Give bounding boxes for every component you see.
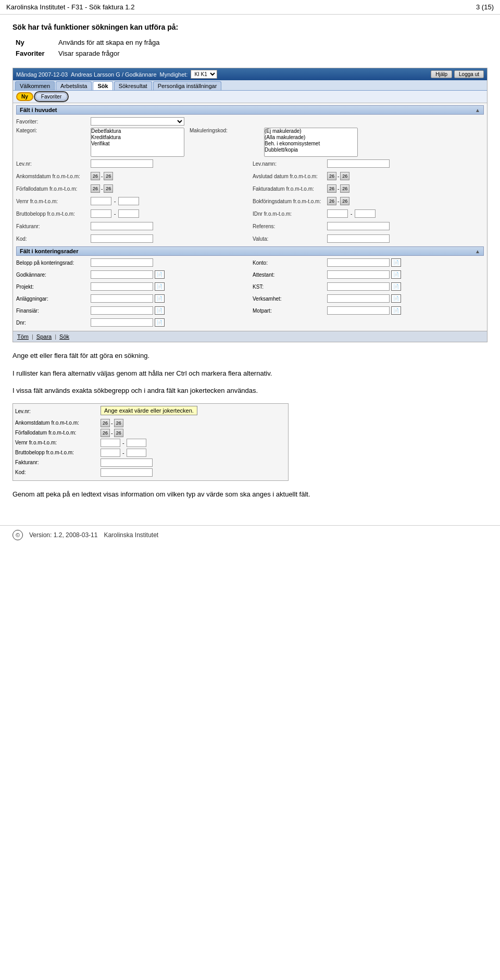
ss2-brutto-input1[interactable] xyxy=(101,449,120,457)
topbar-date: Måndag 2007-12-03 xyxy=(16,71,68,78)
attestant-lookup[interactable]: 📄 xyxy=(391,270,401,279)
kst-input[interactable] xyxy=(327,282,390,291)
valuta-input[interactable] xyxy=(327,234,390,243)
ankomst-cal2[interactable]: 26 xyxy=(104,172,113,180)
forfallo-row: Förfallodatum fr.o.m-t.o.m: 26 - 26 xyxy=(16,184,247,193)
section2-collapse[interactable]: ▲ xyxy=(475,249,480,254)
faktura-cal1[interactable]: 26 xyxy=(327,184,336,193)
intro-table: Ny Används för att skapa en ny fråga Fav… xyxy=(12,36,162,59)
page-header: Karolinska Institutet - F31 - Sök faktur… xyxy=(0,0,500,15)
avslutad-cal2[interactable]: 26 xyxy=(340,172,349,180)
ss2-vernr-input1[interactable] xyxy=(101,439,120,447)
finansiar-motpart-row: Finansiär: 📄 Motpart: 📄 xyxy=(16,306,484,316)
kategori-opt2: Kreditfaktura xyxy=(91,134,184,141)
anlaggningar-input[interactable] xyxy=(91,294,153,303)
referens-input[interactable] xyxy=(327,222,390,230)
idnr-input1[interactable] xyxy=(327,209,348,218)
vernr-input1[interactable] xyxy=(91,197,111,205)
kategori-listbox[interactable]: Debetfaktura Kreditfaktura Verifikat xyxy=(91,128,184,157)
forfallo-cal2[interactable]: 26 xyxy=(104,184,113,193)
kategori-makulering-row: Kategori: Debetfaktura Kreditfaktura Ver… xyxy=(16,128,484,157)
ss2-vernr-input2[interactable] xyxy=(127,439,146,447)
ss2-fakturanr-input[interactable] xyxy=(101,458,153,467)
ankomst-row: Ankomstdatum fr.o.m-t.o.m: 26 - 26 xyxy=(16,171,247,181)
godkannare-row: Godkännare: 📄 xyxy=(16,270,247,279)
lev-nr-input[interactable] xyxy=(91,159,153,168)
section1-collapse[interactable]: ▲ xyxy=(475,107,480,113)
projekt-label: Projekt: xyxy=(16,284,89,290)
kod-input[interactable] xyxy=(91,234,153,243)
kst-row: KST: 📄 xyxy=(253,282,484,291)
ss2-ankomst-cal1[interactable]: 26 xyxy=(101,419,110,427)
ss2-forfallo-cal1[interactable]: 26 xyxy=(101,429,110,437)
subtab-ny[interactable]: Ny xyxy=(16,92,33,101)
ss2-forfallo-cal2[interactable]: 26 xyxy=(114,429,123,437)
forfallo-cal1[interactable]: 26 xyxy=(91,184,100,193)
ss2-kod-input[interactable] xyxy=(101,468,153,477)
action-tom[interactable]: Töm xyxy=(17,333,29,340)
body-para-1: Ange ett eller flera fält för att göra e… xyxy=(12,351,488,361)
bokforing-cal2[interactable]: 26 xyxy=(340,197,349,205)
dnr-input[interactable] xyxy=(91,318,153,327)
dnr-row: Dnr: 📄 xyxy=(16,318,484,327)
ss2-brutto-input2[interactable] xyxy=(127,449,146,457)
kst-lookup[interactable]: 📄 xyxy=(391,282,401,291)
ss2-ankomst-label: Ankomstdatum fr.o.m-t.o.m: xyxy=(15,420,98,426)
godkannare-input[interactable] xyxy=(91,270,153,279)
fakturanr-input[interactable] xyxy=(91,222,153,230)
konto-lookup[interactable]: 📄 xyxy=(391,258,401,267)
action-sok[interactable]: Sök xyxy=(59,333,69,340)
projekt-kst-row: Projekt: 📄 KST: 📄 xyxy=(16,282,484,292)
verksamhet-lookup[interactable]: 📄 xyxy=(391,294,401,303)
vernr-input2[interactable] xyxy=(118,197,139,205)
app-screenshot: Måndag 2007-12-03 Andreas Larsson G / Go… xyxy=(12,68,488,342)
bokforing-cal1[interactable]: 26 xyxy=(327,197,336,205)
tab-personliga[interactable]: Personliga inställningar xyxy=(153,81,222,90)
footer-logo: © xyxy=(12,530,23,540)
referens-label: Referens: xyxy=(253,224,326,229)
verksamhet-row: Verksamhet: 📄 xyxy=(253,294,484,303)
subtab-favoriter[interactable]: Favoriter xyxy=(35,93,67,101)
kategori-opt1: Debetfaktura xyxy=(91,128,184,134)
ankomst-cal1[interactable]: 26 xyxy=(91,172,100,180)
tab-sok[interactable]: Sök xyxy=(93,81,113,90)
attestant-input[interactable] xyxy=(327,270,390,279)
verksamhet-input[interactable] xyxy=(327,294,390,303)
tab-arbetslista[interactable]: Arbetslista xyxy=(56,81,92,90)
projekt-lookup[interactable]: 📄 xyxy=(155,282,165,291)
anlaggningar-lookup[interactable]: 📄 xyxy=(155,294,165,303)
belopp-row: Belopp på konteringsrad: xyxy=(16,258,247,267)
brutto-input1[interactable] xyxy=(91,209,111,218)
godkannare-lookup[interactable]: 📄 xyxy=(155,270,165,279)
myndighet-select[interactable]: KI K1 xyxy=(191,70,217,79)
tab-welcome[interactable]: Välkommen xyxy=(15,81,55,90)
projekt-input[interactable] xyxy=(91,282,153,291)
ss2-ankomst-cal2[interactable]: 26 xyxy=(114,419,123,427)
motpart-lookup[interactable]: 📄 xyxy=(391,306,401,315)
forfallo-label: Förfallodatum fr.o.m-t.o.m: xyxy=(16,186,89,192)
ss2-brutto-row: Bruttobelopp fr.o.m-t.o.m: - xyxy=(15,449,286,457)
belopp-input[interactable] xyxy=(91,258,153,267)
action-spara[interactable]: Spara xyxy=(36,333,52,340)
avslutad-cal1[interactable]: 26 xyxy=(327,172,336,180)
faktura-cal2[interactable]: 26 xyxy=(340,184,349,193)
motpart-input[interactable] xyxy=(327,306,390,315)
favoriter-select[interactable] xyxy=(91,117,184,126)
finansiar-input[interactable] xyxy=(91,306,153,315)
logout-button[interactable]: Logga ut xyxy=(454,70,484,78)
fakturanr-row: Fakturanr: xyxy=(16,221,247,231)
finansiar-lookup[interactable]: 📄 xyxy=(155,306,165,315)
tab-sokresultat[interactable]: Sökresultat xyxy=(114,81,152,90)
lev-namn-input[interactable] xyxy=(327,159,390,168)
avslutad-date-pair: 26 - 26 xyxy=(327,172,349,180)
brutto-input2[interactable] xyxy=(118,209,139,218)
faktura-datum-label: Fakturadatum fr.o.m-t.o.m: xyxy=(253,186,326,192)
idnr-input2[interactable] xyxy=(355,209,376,218)
ankomst-avslutad-row: Ankomstdatum fr.o.m-t.o.m: 26 - 26 Avslu… xyxy=(16,171,484,181)
intro-desc-ny: Används för att skapa en ny fråga xyxy=(56,38,161,47)
help-button[interactable]: Hjälp xyxy=(431,70,452,78)
konto-input[interactable] xyxy=(327,258,390,267)
dnr-lookup[interactable]: 📄 xyxy=(155,318,165,327)
vernr-row: Vernr fr.o.m-t.o.m: - xyxy=(16,196,247,206)
makulering-listbox[interactable]: (Ej makulerade) (Alla makulerade) Beh. i… xyxy=(264,128,358,157)
